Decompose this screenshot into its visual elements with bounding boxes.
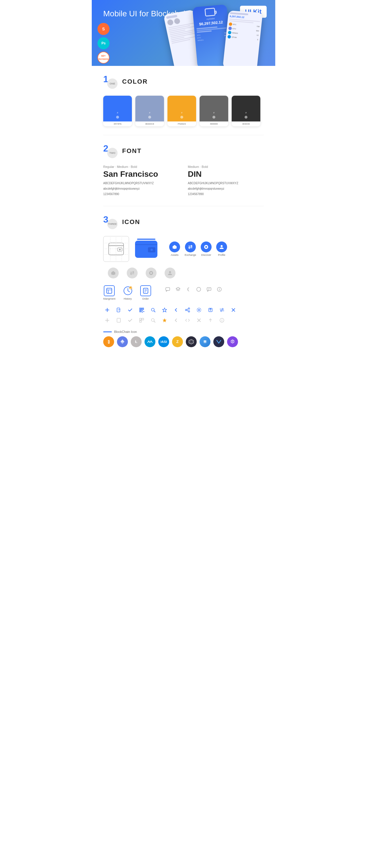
order-icon bbox=[140, 285, 151, 296]
nav-icon-exchange-grey bbox=[125, 268, 139, 278]
section-title-icon: ICON bbox=[122, 218, 140, 226]
svg-text:Ł: Ł bbox=[135, 339, 137, 344]
assets-label: Assets bbox=[171, 253, 178, 256]
svg-marker-69 bbox=[163, 318, 167, 322]
svg-marker-9 bbox=[173, 245, 177, 249]
nav-icon-assets-grey bbox=[106, 268, 120, 278]
crypto-icons-row: ₿ Ł DASH bbox=[103, 336, 264, 347]
svg-rect-40 bbox=[140, 309, 141, 309]
swatch-steel: # 8DA0C8 bbox=[135, 96, 164, 126]
svg-point-27 bbox=[197, 287, 201, 291]
font-sf-weight: Regular · Medium · Bold bbox=[103, 165, 179, 168]
font-din-lowercase: abcdefghijklmnopqrstuvwxyz bbox=[188, 186, 264, 191]
upload-icon bbox=[206, 306, 215, 314]
blockchain-line bbox=[103, 332, 112, 332]
assets-icon-grey bbox=[108, 268, 119, 278]
swatch-steel-label: 8DA0C8 bbox=[135, 121, 164, 126]
svg-point-8 bbox=[150, 249, 153, 251]
number-word-1: ONE bbox=[107, 79, 117, 89]
qr-icon-grey bbox=[138, 316, 146, 324]
app-icon-management: Mangment bbox=[103, 285, 116, 300]
svg-rect-66 bbox=[140, 320, 141, 322]
svg-rect-45 bbox=[142, 310, 143, 311]
management-icon bbox=[104, 285, 115, 296]
font-section: 2 TWO FONT Regular · Medium · Bold San F… bbox=[92, 135, 275, 206]
app-icons-row: Mangment History bbox=[103, 285, 264, 300]
circle-icon bbox=[195, 285, 203, 293]
share-icon bbox=[184, 306, 192, 314]
swap-icon bbox=[218, 306, 226, 314]
app-icon-order: Order bbox=[140, 285, 151, 300]
svg-rect-46 bbox=[143, 311, 144, 312]
exchange-icon bbox=[185, 242, 196, 252]
nav-icons-grey bbox=[106, 268, 264, 278]
font-din: Medium · Bold DIN ABCDEFGHIJKLMNOPQRSTUV… bbox=[188, 165, 264, 197]
gear-icon bbox=[195, 306, 203, 314]
nav-icon-discover-grey bbox=[144, 268, 158, 278]
screens-badge: 60+Screens bbox=[97, 52, 110, 64]
phone-right: 6,297,502.12 BTC 738 ETH 564 bbox=[223, 10, 263, 66]
svg-rect-26 bbox=[166, 288, 170, 290]
number-word-2: TWO bbox=[107, 148, 117, 158]
chevron-left-icon-grey bbox=[172, 316, 180, 324]
svg-marker-13 bbox=[111, 271, 115, 275]
svg-point-56 bbox=[198, 309, 200, 311]
search-icon-grey bbox=[149, 316, 157, 324]
svg-line-54 bbox=[187, 309, 188, 310]
nav-icon-profile-grey bbox=[163, 268, 177, 278]
plus-icon bbox=[103, 306, 111, 314]
section-number-color: 1 ONE COLOR bbox=[103, 74, 264, 89]
svg-marker-83 bbox=[190, 341, 192, 343]
swatch-blue: # 3574FA bbox=[103, 96, 132, 126]
section-title-color: COLOR bbox=[122, 78, 148, 85]
font-din-uppercase: ABCDEFGHIJKLMNOPQRSTUVWXYZ bbox=[188, 181, 264, 186]
doc-icon-grey bbox=[115, 316, 123, 324]
swatch-dark-label: 303030 bbox=[232, 121, 260, 126]
color-swatches: # 3574FA # 8DA0C8 # F5A623 # 666666 bbox=[103, 96, 264, 126]
check-icon bbox=[126, 306, 134, 314]
small-icons-row-1 bbox=[103, 306, 264, 314]
discover-icon-grey bbox=[146, 268, 157, 278]
swatch-dark: # 303030 bbox=[232, 96, 260, 126]
discover-icon bbox=[201, 242, 211, 252]
crypto-grid bbox=[186, 336, 197, 347]
wallet-colored bbox=[135, 239, 158, 259]
font-sf-lowercase: abcdefghijklmnopqrstuvwxyz bbox=[103, 186, 179, 191]
blockchain-label: BlockChain Icon bbox=[114, 330, 137, 334]
svg-point-15 bbox=[150, 272, 152, 274]
nav-icon-profile: Profile bbox=[216, 242, 227, 256]
crypto-zcash: Z bbox=[172, 336, 183, 347]
svg-rect-64 bbox=[140, 318, 141, 320]
swatch-blue-label: 3574FA bbox=[103, 121, 132, 126]
svg-point-53 bbox=[188, 311, 190, 312]
svg-point-52 bbox=[186, 309, 187, 311]
nav-icons-colored: Assets Exchange Discover bbox=[169, 242, 227, 256]
info-icon bbox=[215, 285, 223, 293]
profile-icon-grey bbox=[165, 268, 175, 278]
info-icon-grey bbox=[218, 316, 226, 324]
exchange-label: Exchange bbox=[185, 253, 196, 256]
color-section: 1 ONE COLOR # 3574FA # 8DA0C8 # F5A623 bbox=[92, 66, 275, 135]
assets-icon bbox=[169, 242, 180, 252]
upload-icon-grey bbox=[206, 316, 215, 324]
number-circle-2: 2 TWO bbox=[103, 144, 117, 158]
app-icon-history: History bbox=[122, 285, 133, 300]
swatch-gray-label: 666666 bbox=[200, 121, 228, 126]
swatch-orange-label: F5A623 bbox=[167, 121, 196, 126]
crypto-steem bbox=[200, 336, 210, 347]
crypto-dash: DASH bbox=[158, 336, 169, 347]
small-icons-row-grey bbox=[103, 316, 264, 324]
svg-rect-44 bbox=[140, 311, 141, 312]
svg-rect-17 bbox=[107, 288, 112, 293]
svg-point-12 bbox=[221, 245, 223, 247]
svg-point-33 bbox=[219, 288, 220, 289]
hero-section: Mobile UI for Blockchain Wallet UI Kit S… bbox=[92, 0, 275, 66]
svg-text:DASH: DASH bbox=[161, 340, 167, 343]
font-din-numbers: 1234567890 bbox=[188, 192, 264, 196]
svg-rect-42 bbox=[142, 309, 143, 309]
history-icon bbox=[122, 285, 133, 296]
blockchain-label-row: BlockChain Icon bbox=[103, 330, 264, 334]
font-sf-numbers: 1234567890 bbox=[103, 192, 179, 196]
svg-text:Z: Z bbox=[176, 339, 179, 344]
hero-badges: S Ps 60+Screens bbox=[97, 23, 110, 64]
